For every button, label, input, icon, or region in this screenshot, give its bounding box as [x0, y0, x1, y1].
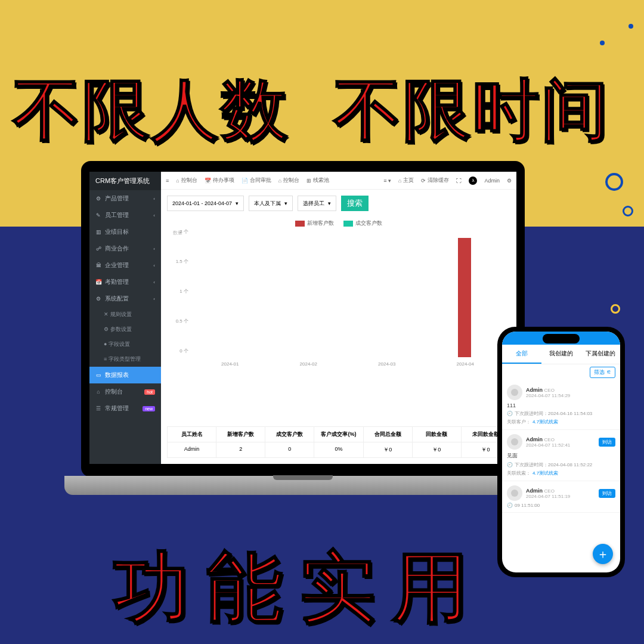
laptop-mockup: CRM客户管理系统 ⚙产品管理‹✎员工管理‹▥业绩目标☍商业合作‹🏛企业管理‹📅…: [64, 161, 541, 525]
avatar-icon: [507, 434, 522, 450]
fab-add[interactable]: ＋: [593, 544, 613, 564]
sidebar-item[interactable]: ⌂控制台hot: [89, 383, 161, 400]
nav-icon: ⌂: [176, 178, 179, 184]
followup-card[interactable]: Admin CEO 2024-04-07 11:51:19 到访 🕘09 11:…: [502, 481, 620, 513]
sidebar-item[interactable]: ⚙产品管理‹: [89, 190, 161, 207]
crm-title: CRM客户管理系统: [89, 172, 161, 190]
menu-icon: ✎: [95, 212, 101, 218]
chart-bar: [458, 238, 471, 357]
menu-icon[interactable]: ≡: [166, 178, 169, 184]
headline-1a: 不限人数: [13, 66, 290, 156]
menu-icon: ☍: [95, 246, 101, 252]
list-icon[interactable]: ≡ ▾: [383, 178, 391, 184]
chevron-down-icon: ▾: [328, 200, 331, 206]
avatar-icon: [507, 485, 522, 501]
deco-circle: [605, 173, 623, 191]
topbar-item[interactable]: ⌂控制台: [176, 177, 197, 184]
chevron-icon: ‹: [153, 280, 155, 285]
nav-icon: ⟳: [421, 178, 426, 184]
nav-icon: 📅: [205, 178, 211, 184]
mobile-tab[interactable]: 我创建的: [541, 345, 581, 364]
chevron-down-icon: ▾: [284, 200, 287, 206]
topbar-item[interactable]: ⟳清除缓存: [421, 177, 449, 184]
scope-select[interactable]: 本人及下属▾: [249, 196, 293, 211]
phone-mockup: 全部我创建的下属创建的 筛选 ⚟ Admin CEO 2024-04-07 11…: [497, 327, 625, 577]
topbar-item[interactable]: ⌂主页: [398, 177, 414, 184]
related-link[interactable]: 4.7测试线索: [532, 470, 558, 476]
crm-sidebar: CRM客户管理系统 ⚙产品管理‹✎员工管理‹▥业绩目标☍商业合作‹🏛企业管理‹📅…: [89, 172, 161, 464]
followup-card[interactable]: Admin CEO 2024-04-07 11:54:29 电话 111 🕘下次…: [502, 380, 620, 430]
avatar-icon: [507, 385, 522, 400]
menu-icon: 🏛: [95, 262, 101, 268]
deco-dot: [600, 41, 605, 45]
chevron-icon: ‹: [153, 263, 155, 268]
chevron-icon: ‹: [153, 196, 155, 202]
sidebar-item[interactable]: 📅考勤管理‹: [89, 274, 161, 290]
badge: hot: [144, 389, 155, 395]
related-link[interactable]: 4.7测试线索: [532, 419, 558, 425]
chevron-down-icon: ▾: [236, 200, 239, 206]
topbar-item[interactable]: ⌂控制台: [278, 177, 299, 184]
employee-select[interactable]: 选择员工▾: [298, 196, 336, 211]
mobile-tab[interactable]: 下属创建的: [581, 345, 620, 364]
chart-legend: 新增客户数 成交客户数: [161, 217, 516, 230]
nav-icon: ⊞: [306, 178, 311, 184]
sidebar-item[interactable]: ▥业绩目标: [89, 224, 161, 240]
followup-card[interactable]: Admin CEO 2024-04-07 11:52:41 到访 见面 🕘下次跟…: [502, 430, 620, 481]
nav-icon: ⌂: [398, 178, 401, 184]
data-table: 员工姓名新增客户数成交客户数客户成交率(%)合同总金额回款金额未回款金额 Adm…: [167, 426, 510, 458]
deco-circle: [611, 304, 620, 314]
sidebar-subitem[interactable]: ⚙ 参数设置: [89, 322, 161, 337]
headline-1b: 不限时间: [334, 66, 611, 156]
menu-icon: 📅: [95, 279, 101, 285]
bar-chart: 数量 0 个0.5 个1 个1.5 个2 个 2024-012024-02202…: [161, 230, 516, 408]
deco-dot: [628, 24, 633, 29]
sidebar-item-report[interactable]: ▭ 数据报表: [89, 367, 161, 383]
headline-2: 功能实用: [113, 537, 485, 640]
report-icon: ▭: [95, 372, 101, 378]
sidebar-subitem[interactable]: ≡ 字段类型管理: [89, 352, 161, 367]
clock-icon: 🕘: [507, 503, 513, 508]
sidebar-item-label: 数据报表: [105, 371, 129, 379]
tag-badge: 到访: [599, 438, 615, 447]
chevron-icon: ‹: [153, 246, 155, 252]
sidebar-item[interactable]: ⚙系统配置‹: [89, 290, 161, 307]
date-range-select[interactable]: 2024-01-01 - 2024-04-07▾: [167, 196, 244, 211]
avatar[interactable]: λ: [469, 177, 477, 185]
chevron-icon: ‹: [153, 213, 155, 218]
menu-icon: ⚙: [95, 296, 101, 302]
menu-icon: ▥: [95, 229, 101, 235]
sidebar-subitem[interactable]: ● 字段设置: [89, 337, 161, 352]
search-button[interactable]: 搜索: [341, 196, 369, 211]
topbar-item[interactable]: ⊞线索池: [306, 177, 329, 184]
topbar-item[interactable]: 📅待办事项: [205, 177, 234, 184]
settings-icon[interactable]: ⚙: [507, 178, 512, 184]
sidebar-item[interactable]: ✎员工管理‹: [89, 207, 161, 224]
sidebar-item[interactable]: 🏛企业管理‹: [89, 257, 161, 274]
topbar-item[interactable]: 📄合同审批: [242, 177, 271, 184]
sidebar-subitem[interactable]: ✕ 规则设置: [89, 307, 161, 322]
nav-icon: ⌂: [278, 178, 281, 184]
tag-badge: 到访: [599, 489, 615, 498]
sidebar-item[interactable]: ☍商业合作‹: [89, 240, 161, 257]
nav-icon: 📄: [242, 178, 248, 184]
sidebar-item[interactable]: ☰常规管理new: [89, 400, 161, 417]
badge: new: [143, 406, 155, 411]
chevron-icon: ‹: [153, 296, 155, 302]
clock-icon: 🕘: [507, 462, 513, 467]
crm-topbar: ≡ ⌂控制台📅待办事项📄合同审批⌂控制台⊞线索池 ≡ ▾ ⌂主页⟳清除缓存 ⛶ …: [161, 172, 516, 190]
menu-icon: ⚙: [95, 196, 101, 202]
filter-button[interactable]: 筛选 ⚟: [590, 367, 615, 378]
user-name: Admin: [484, 178, 500, 184]
deco-circle: [623, 206, 633, 216]
expand-icon[interactable]: ⛶: [456, 178, 462, 184]
mobile-tab[interactable]: 全部: [502, 345, 541, 364]
clock-icon: 🕘: [507, 411, 513, 416]
